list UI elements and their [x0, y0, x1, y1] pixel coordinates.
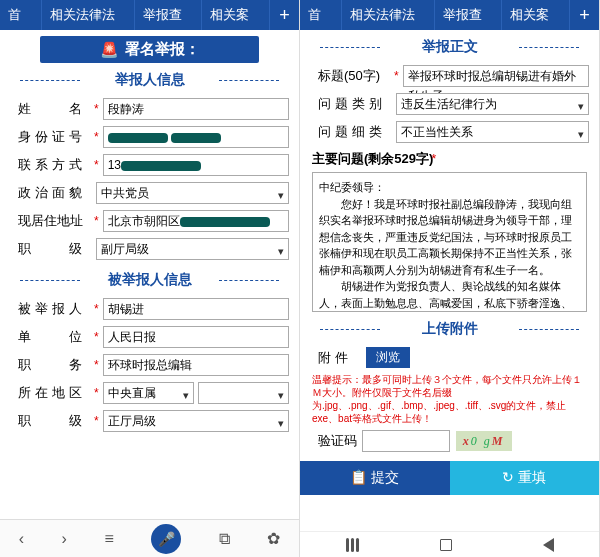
- label-title: 标题(50字): [318, 67, 396, 85]
- top-tabs: 首页 相关法律法规 举报查询 相关案例 +: [0, 0, 299, 30]
- banner-signed-report: 🚨 署名举报：: [40, 36, 259, 63]
- submit-button[interactable]: 📋 提交: [300, 461, 450, 495]
- sys-back-icon[interactable]: [543, 538, 554, 552]
- input-name[interactable]: 段静涛: [103, 98, 289, 120]
- label-captcha: 验证码: [318, 432, 362, 450]
- tab-home[interactable]: 首页: [0, 0, 42, 30]
- section-attach: 上传附件: [300, 320, 599, 338]
- label-polit: 政治面貌: [18, 184, 96, 202]
- input-reported[interactable]: 胡锡进: [103, 298, 289, 320]
- sys-recent-icon[interactable]: [346, 538, 349, 552]
- captcha-image[interactable]: x0 gM: [456, 431, 512, 451]
- tab-query[interactable]: 举报查询: [135, 0, 202, 30]
- tab-add-icon[interactable]: +: [270, 5, 299, 26]
- section-reported: 被举报人信息: [0, 271, 299, 289]
- label-idno: 身份证号: [18, 128, 96, 146]
- label-duty: 职 务: [18, 356, 96, 374]
- label-rank: 职 级: [18, 240, 96, 258]
- select-rank2[interactable]: 正厅局级: [103, 410, 289, 432]
- label-addr: 现居住地址: [18, 212, 96, 230]
- browser-navbar: ‹ › ≡ 🎤 ⧉ ✿: [0, 519, 299, 557]
- input-addr[interactable]: 北京市朝阳区: [103, 210, 289, 232]
- tab-home-r[interactable]: 首页: [300, 0, 342, 30]
- label-main: 主要问题(剩余529字): [312, 151, 433, 166]
- select-rank[interactable]: 副厅局级: [96, 238, 289, 260]
- tab-add-icon-r[interactable]: +: [570, 5, 599, 26]
- label-attach: 附件: [318, 349, 358, 367]
- tab-cases-r[interactable]: 相关案例: [502, 0, 569, 30]
- select-cat[interactable]: 违反生活纪律行为: [396, 93, 589, 115]
- reset-button[interactable]: ↻ 重填: [450, 461, 600, 495]
- nav-mic-icon[interactable]: 🎤: [151, 524, 181, 554]
- label-cat: 问题类别: [318, 95, 396, 113]
- textarea-main[interactable]: 中纪委领导： 您好！我是环球时报社副总编段静涛，我现向组织实名举报环球时报总编辑…: [312, 172, 587, 312]
- input-title[interactable]: 举报环球时报总编胡锡进有婚外私生子: [403, 65, 589, 87]
- browse-button[interactable]: 浏览: [366, 347, 410, 368]
- upload-hint: 温馨提示：最多可同时上传３个文件，每个文件只允许上传１Ｍ大小。附件仅限于文件名后…: [300, 371, 599, 427]
- select-region[interactable]: 中央直属: [103, 382, 194, 404]
- label-contact: 联系方式: [18, 156, 96, 174]
- tab-laws-r[interactable]: 相关法律法规: [342, 0, 435, 30]
- tab-laws[interactable]: 相关法律法规: [42, 0, 135, 30]
- system-navbar: [300, 531, 599, 557]
- nav-paw-icon[interactable]: ✿: [267, 529, 280, 548]
- input-contact[interactable]: 13: [103, 154, 289, 176]
- input-unit[interactable]: 人民日报: [103, 326, 289, 348]
- section-body: 举报正文: [300, 38, 599, 56]
- tab-cases[interactable]: 相关案例: [202, 0, 269, 30]
- label-region: 所在地区: [18, 384, 96, 402]
- top-tabs-right: 首页 相关法律法规 举报查询 相关案例 +: [300, 0, 599, 30]
- nav-tabs-icon[interactable]: ⧉: [219, 530, 230, 548]
- label-reported: 被举报人: [18, 300, 96, 318]
- select-region2[interactable]: [198, 382, 289, 404]
- select-subcat[interactable]: 不正当性关系: [396, 121, 589, 143]
- alarm-icon: 🚨: [100, 41, 119, 59]
- label-unit: 单 位: [18, 328, 96, 346]
- section-reporter: 举报人信息: [0, 71, 299, 89]
- label-name: 姓 名: [18, 100, 96, 118]
- label-rank2: 职 级: [18, 412, 96, 430]
- nav-forward-icon[interactable]: ›: [62, 530, 67, 548]
- input-duty[interactable]: 环球时报总编辑: [103, 354, 289, 376]
- label-subcat: 问题细类: [318, 123, 396, 141]
- input-captcha[interactable]: [362, 430, 450, 452]
- sys-home-icon[interactable]: [440, 539, 452, 551]
- nav-back-icon[interactable]: ‹: [19, 530, 24, 548]
- tab-query-r[interactable]: 举报查询: [435, 0, 502, 30]
- select-polit[interactable]: 中共党员: [96, 182, 289, 204]
- nav-menu-icon[interactable]: ≡: [104, 530, 113, 548]
- input-idno[interactable]: [103, 126, 289, 148]
